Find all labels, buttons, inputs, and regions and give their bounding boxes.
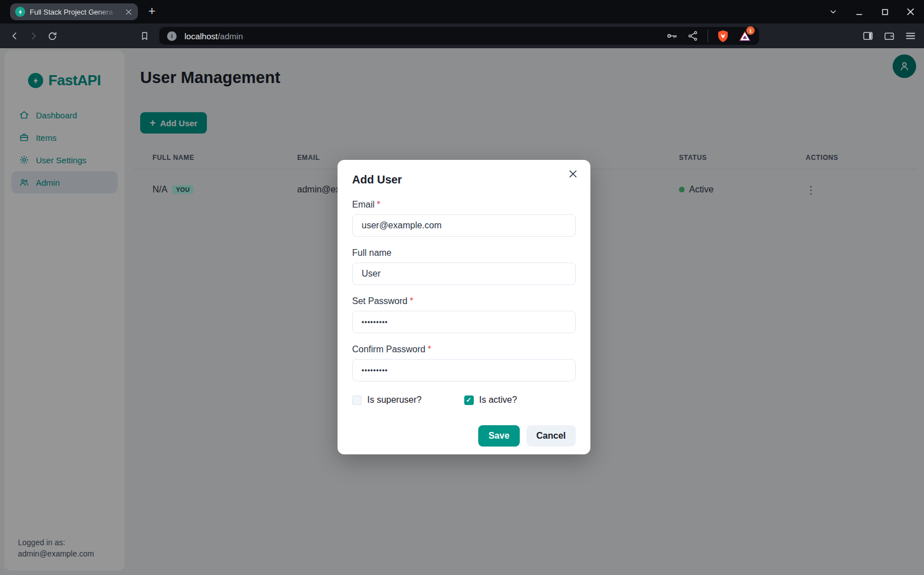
- forward-icon[interactable]: [27, 29, 40, 43]
- reload-icon[interactable]: [45, 29, 59, 43]
- url-path: /admin: [218, 31, 243, 41]
- modal-close-icon[interactable]: [565, 165, 581, 182]
- share-icon[interactable]: [687, 30, 699, 42]
- add-user-modal: Add User Email* Full name Set Password* …: [338, 160, 590, 454]
- required-marker: *: [377, 200, 380, 209]
- toolbar-right: [862, 24, 916, 48]
- full-name-field[interactable]: [352, 263, 576, 285]
- fastapi-favicon-bolt-icon: [15, 7, 25, 17]
- is-superuser-checkbox[interactable]: [352, 395, 362, 405]
- new-tab-button[interactable]: +: [144, 3, 160, 20]
- brave-rewards-bat-icon[interactable]: 1: [738, 29, 751, 43]
- set-password-label: Set Password*: [352, 296, 576, 306]
- maximize-icon[interactable]: [880, 7, 889, 16]
- back-icon[interactable]: [8, 29, 21, 43]
- is-superuser-checkbox-group[interactable]: Is superuser?: [352, 395, 464, 405]
- bookmark-icon[interactable]: [138, 29, 151, 43]
- minimize-icon[interactable]: [854, 7, 863, 16]
- password-key-icon[interactable]: [666, 30, 678, 42]
- url-host: localhost: [184, 31, 218, 41]
- url-text[interactable]: localhost/admin: [184, 31, 243, 41]
- is-active-label: Is active?: [479, 395, 518, 405]
- wallet-icon[interactable]: [884, 30, 895, 42]
- email-label: Email*: [352, 200, 576, 210]
- required-marker: *: [410, 296, 413, 306]
- modal-title: Add User: [352, 173, 576, 186]
- browser-titlebar: Full Stack Project Genera +: [0, 0, 924, 24]
- toolbar-divider: [708, 30, 708, 42]
- is-active-checkbox-group[interactable]: ✓ Is active?: [464, 395, 576, 405]
- confirm-password-label: Confirm Password*: [352, 344, 576, 355]
- cancel-button[interactable]: Cancel: [526, 425, 576, 447]
- brave-shield-icon[interactable]: [717, 30, 729, 43]
- full-name-label: Full name: [352, 248, 576, 258]
- email-field[interactable]: [352, 214, 576, 237]
- checkbox-row: Is superuser? ✓ Is active?: [352, 395, 576, 405]
- required-marker: *: [428, 344, 431, 354]
- url-actions: 1: [666, 29, 751, 43]
- rewards-notification-badge: 1: [746, 26, 755, 35]
- is-superuser-label: Is superuser?: [367, 395, 422, 405]
- url-bar[interactable]: i localhost/admin 1: [159, 27, 759, 45]
- site-info-icon[interactable]: i: [167, 31, 177, 41]
- confirm-password-field[interactable]: [352, 359, 576, 381]
- browser-toolbar: i localhost/admin 1: [0, 24, 924, 48]
- tab-title: Full Stack Project Genera: [30, 8, 119, 16]
- tab-search-chevron-icon[interactable]: [829, 7, 838, 16]
- menu-hamburger-icon[interactable]: [905, 30, 916, 42]
- is-active-checkbox[interactable]: ✓: [464, 395, 474, 405]
- close-window-icon[interactable]: [906, 7, 915, 16]
- browser-tab[interactable]: Full Stack Project Genera: [10, 3, 138, 20]
- page-viewport: FastAPI Dashboard Items: [0, 48, 924, 575]
- sidebar-panel-icon[interactable]: [862, 30, 874, 42]
- tab-close-icon[interactable]: [124, 7, 133, 16]
- window-controls: [829, 0, 915, 24]
- set-password-field[interactable]: [352, 311, 576, 333]
- modal-footer: Save Cancel: [352, 425, 576, 447]
- check-icon: ✓: [466, 397, 472, 403]
- save-button[interactable]: Save: [478, 425, 519, 447]
